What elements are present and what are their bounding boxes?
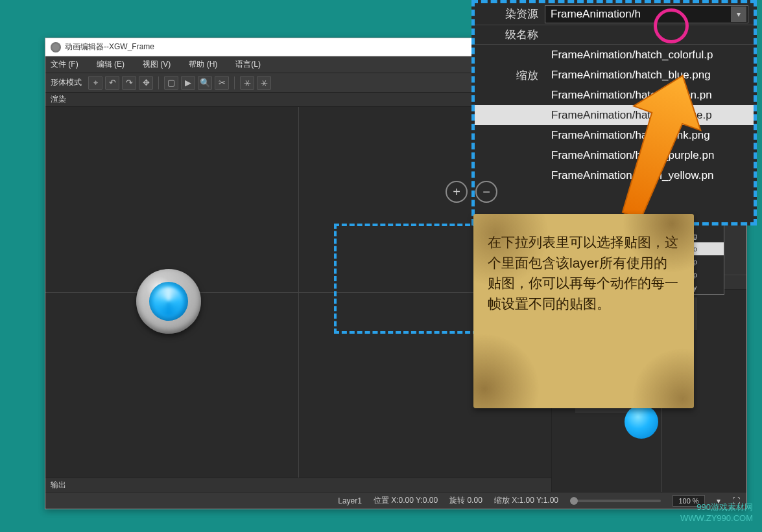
output-header[interactable]: 输出 — [45, 478, 551, 492]
mode-label: 形体模式 — [51, 77, 82, 88]
callout-parent-row: 级名称 — [475, 25, 754, 45]
zoom-out-icon[interactable]: − — [475, 181, 497, 203]
statusbar: Layer1 位置 X:0.00 Y:0.00 旋转 0.00 缩放 X:1.0… — [45, 492, 746, 509]
menu-view[interactable]: 视图 (V) — [143, 59, 171, 70]
callout-list-item[interactable]: FrameAnimation/hatch_orange.p — [475, 105, 754, 125]
tool-pointer-icon[interactable]: ▶ — [181, 76, 195, 90]
watermark: 990游戏素材网 WWW.ZY990.COM — [680, 502, 753, 524]
status-rotation: 旋转 0.00 — [449, 495, 482, 506]
tool-bone-icon[interactable]: ⚹ — [240, 76, 254, 90]
callout-combo-value: FrameAnimation/h — [551, 8, 641, 21]
menu-file[interactable]: 文件 (F) — [51, 59, 78, 70]
callout-render-row: 染资源 FrameAnimation/h ▾ — [475, 3, 754, 25]
viewport-title: 渲染 — [51, 94, 66, 105]
menu-edit[interactable]: 编辑 (E) — [97, 59, 125, 70]
callout-render-label: 染资源 — [475, 6, 545, 21]
toolbar-divider — [234, 76, 235, 89]
app-icon — [51, 42, 61, 52]
annotation-note: 在下拉列表里可以选择贴图，这个里面包含该layer所有使用的贴图，你可以再每个动… — [473, 214, 694, 408]
menu-lang[interactable]: 语言(L) — [235, 59, 261, 70]
status-scale: 缩放 X:1.00 Y:1.00 — [494, 495, 558, 506]
zoom-in-icon[interactable]: + — [446, 181, 468, 203]
tool-redo-icon[interactable]: ↷ — [122, 76, 136, 90]
tool-cursor-icon[interactable]: ⌖ — [88, 76, 102, 90]
orb-inner — [149, 282, 188, 321]
callout-overlay: 染资源 FrameAnimation/h ▾ 级名称 缩放 FrameAnima… — [471, 0, 757, 226]
tool-undo-icon[interactable]: ↶ — [105, 76, 119, 90]
resource-thumb-orb[interactable] — [625, 405, 658, 439]
toolbar-divider — [158, 76, 159, 89]
output-title: 输出 — [51, 480, 66, 491]
status-position: 位置 X:0.00 Y:0.00 — [374, 495, 438, 506]
callout-list-item[interactable]: FrameAnimation/hatch_colorful.p — [475, 45, 754, 65]
chevron-down-icon[interactable]: ▾ — [731, 6, 746, 22]
annotation-note-text: 在下拉列表里可以选择贴图，这个里面包含该layer所有使用的贴图，你可以再每个动… — [488, 235, 678, 311]
status-layer: Layer1 — [338, 496, 362, 505]
menu-help[interactable]: 帮助 (H) — [189, 59, 217, 70]
callout-zoom-controls: + − — [446, 181, 497, 203]
tool-bone2-icon[interactable]: ⚹ — [257, 76, 271, 90]
tool-rect-icon[interactable]: ▢ — [164, 76, 178, 90]
callout-list-item[interactable]: FrameAnimation/hatch_blue.png — [475, 65, 754, 85]
slider-thumb[interactable] — [570, 497, 578, 505]
callout-list-item[interactable]: FrameAnimation/hatch_green.pn — [475, 85, 754, 105]
sprite-preview[interactable] — [136, 269, 201, 334]
callout-list-item[interactable]: FrameAnimation/hatch_pink.png — [475, 125, 754, 145]
callout-list-item[interactable]: FrameAnimation/hatch_yellow.pn — [475, 165, 754, 185]
crosshair-v — [298, 107, 299, 478]
watermark-line1: 990游戏素材网 — [680, 502, 753, 513]
tool-cut-icon[interactable]: ✂ — [215, 76, 229, 90]
tool-move-icon[interactable]: ✥ — [139, 76, 153, 90]
callout-dropdown-list[interactable]: FrameAnimation/hatch_colorful.p FrameAni… — [475, 45, 754, 185]
callout-parent-label: 级名称 — [475, 27, 545, 42]
tool-zoom-icon[interactable]: 🔍 — [198, 76, 212, 90]
zoom-slider[interactable] — [570, 500, 661, 502]
callout-combo[interactable]: FrameAnimation/h ▾ — [545, 5, 748, 23]
callout-list-item[interactable]: FrameAnimation/hatch_purple.pn — [475, 145, 754, 165]
watermark-line2: WWW.ZY990.COM — [680, 513, 753, 524]
window-title: 动画编辑器--XGW_Frame — [65, 41, 154, 52]
